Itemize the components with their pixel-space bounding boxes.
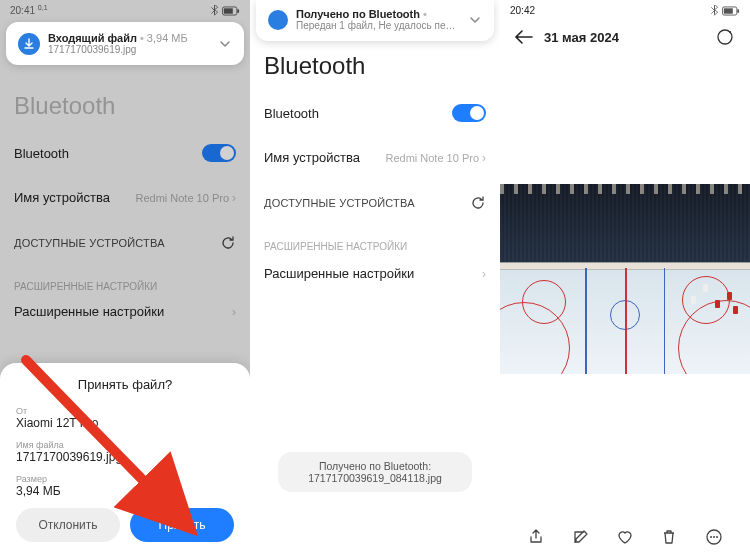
share-icon[interactable] — [525, 526, 547, 548]
row-device-name-label: Имя устройства — [264, 150, 360, 165]
refresh-icon[interactable] — [470, 195, 486, 211]
subheader-advanced: РАСШИРЕННЫЕ НАСТРОЙКИ — [264, 219, 486, 256]
status-time: 20:42 — [510, 5, 535, 16]
title-bar: 31 мая 2024 — [500, 20, 750, 52]
svg-point-9 — [710, 536, 712, 538]
notification-meta: 3,94 МБ — [147, 32, 188, 44]
notification-card[interactable]: Входящий файл • 3,94 МБ 1717170039619.jp… — [6, 22, 244, 65]
accept-file-sheet: Принять файл? От Xiaomi 12T Pro Имя файл… — [0, 363, 250, 556]
screen-1-incoming-file: 20:41 0,1 Входящий файл • 3,94 МБ 171717… — [0, 0, 250, 556]
download-icon — [18, 33, 40, 55]
notification-subtitle: Передан 1 файл, Не удалось передат... — [296, 20, 460, 31]
toast-line1: Получено по Bluetooth: — [288, 460, 462, 472]
bluetooth-toggle[interactable] — [452, 104, 486, 122]
sheet-size-label: Размер — [16, 474, 234, 484]
sheet-size-value: 3,94 МБ — [16, 484, 234, 498]
delete-icon[interactable] — [658, 526, 680, 548]
accept-button[interactable]: Принять — [130, 508, 234, 542]
title-date: 31 мая 2024 — [544, 30, 704, 45]
svg-point-7 — [729, 31, 731, 33]
toast-received: Получено по Bluetooth: 1717170039619_084… — [278, 452, 472, 492]
notification-body: Входящий файл • 3,94 МБ 1717170039619.jp… — [48, 32, 210, 55]
svg-rect-4 — [737, 9, 739, 13]
chevron-down-icon[interactable] — [468, 13, 482, 27]
section-available-devices: ДОСТУПНЫЕ УСТРОЙСТВА — [264, 179, 486, 219]
sheet-from-value: Xiaomi 12T Pro — [16, 416, 234, 430]
screen-2-bluetooth-settings: Получено по Bluetooth • Передан 1 файл, … — [250, 0, 500, 556]
row-advanced-settings[interactable]: Расширенные настройки › — [264, 256, 486, 291]
page-title: Bluetooth — [264, 52, 486, 80]
bluetooth-status-icon — [710, 5, 719, 16]
row-advanced-label: Расширенные настройки — [264, 266, 414, 281]
sheet-title: Принять файл? — [16, 377, 234, 392]
chevron-right-icon: › — [482, 151, 486, 165]
notification-title: Получено по Bluetooth — [296, 8, 420, 20]
settings-body: Bluetooth Bluetooth Имя устройства Redmi… — [250, 0, 500, 291]
row-device-name-value: Redmi Note 10 Pro — [385, 152, 479, 164]
svg-rect-5 — [724, 8, 733, 13]
photo-content-hockey-arena — [500, 184, 750, 374]
row-device-name[interactable]: Имя устройства Redmi Note 10 Pro› — [264, 136, 486, 179]
favorite-icon[interactable] — [614, 526, 636, 548]
auto-enhance-button[interactable] — [714, 26, 736, 48]
chevron-down-icon[interactable] — [218, 37, 232, 51]
title-date-wrap: 31 мая 2024 — [544, 30, 704, 45]
section-available-label: ДОСТУПНЫЕ УСТРОЙСТВА — [264, 197, 415, 209]
notification-subtitle: 1717170039619.jpg — [48, 44, 210, 55]
edit-icon[interactable] — [570, 526, 592, 548]
battery-status-icon — [722, 6, 740, 16]
svg-point-10 — [713, 536, 715, 538]
notification-card[interactable]: Получено по Bluetooth • Передан 1 файл, … — [256, 0, 494, 41]
decline-button[interactable]: Отклонить — [16, 508, 120, 542]
sheet-filename-label: Имя файла — [16, 440, 234, 450]
row-bluetooth-label: Bluetooth — [264, 106, 319, 121]
bluetooth-icon — [268, 10, 288, 30]
row-bluetooth[interactable]: Bluetooth — [264, 90, 486, 136]
sheet-filename-value: 1717170039619.jpg — [16, 450, 234, 464]
more-icon[interactable] — [703, 526, 725, 548]
back-button[interactable] — [514, 30, 534, 44]
svg-point-11 — [716, 536, 718, 538]
photo-viewer[interactable] — [500, 184, 750, 374]
status-bar: 20:42 — [500, 0, 750, 20]
screen-3-gallery-viewer: 20:42 31 мая 2024 — [500, 0, 750, 556]
sheet-from-label: От — [16, 406, 234, 416]
bottom-toolbar — [500, 526, 750, 548]
toast-line2: 1717170039619_084118.jpg — [288, 472, 462, 484]
chevron-right-icon: › — [482, 267, 486, 281]
notification-title: Входящий файл — [48, 32, 137, 44]
